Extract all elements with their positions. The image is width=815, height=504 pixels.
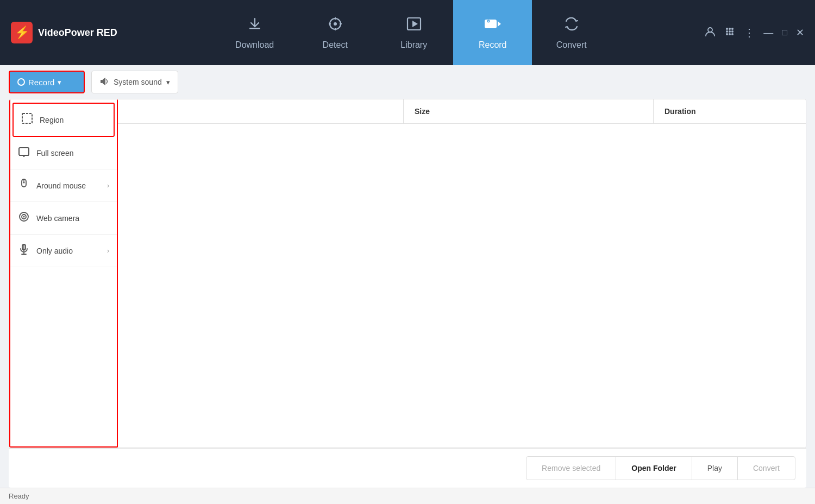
svg-point-20 [726, 33, 728, 35]
library-icon [406, 16, 422, 36]
sidebar-item-only-audio-label: Only audio [36, 247, 73, 255]
sidebar-item-web-camera[interactable]: Web camera [10, 202, 117, 235]
sound-icon [99, 77, 109, 88]
download-icon [247, 16, 263, 36]
svg-point-34 [23, 216, 25, 218]
svg-point-16 [731, 28, 734, 30]
titlebar-controls: ⋮ — □ ✕ [705, 26, 804, 39]
bottom-bar: Remove selected Open Folder Play Convert [9, 448, 806, 488]
tab-record[interactable]: Record [453, 0, 532, 65]
svg-rect-0 [249, 28, 260, 29]
convert-icon [563, 16, 580, 36]
svg-point-12 [488, 21, 489, 22]
system-sound-label: System sound [114, 78, 162, 86]
only-audio-arrow-icon: › [107, 247, 109, 255]
remove-selected-button[interactable]: Remove selected [526, 456, 616, 480]
grid-icon[interactable] [724, 26, 735, 39]
file-list-header: Size Duration [118, 99, 806, 124]
record-btn-label: Record [28, 78, 54, 87]
status-text: Ready [9, 492, 29, 500]
nav-tabs: Download Detect [120, 0, 705, 65]
maximize-button[interactable]: □ [782, 28, 787, 37]
around-mouse-arrow-icon: › [107, 182, 109, 190]
svg-rect-25 [22, 114, 32, 123]
svg-point-18 [729, 30, 731, 33]
tab-detect-label: Detect [323, 40, 348, 50]
play-button[interactable]: Play [692, 456, 738, 480]
webcam-icon [18, 211, 30, 225]
main-area: Record ▾ System sound ▾ [0, 65, 815, 488]
tab-convert[interactable]: Convert [532, 0, 611, 65]
record-icon [484, 16, 502, 36]
svg-marker-8 [412, 21, 418, 27]
svg-point-21 [729, 33, 731, 35]
tab-convert-label: Convert [556, 40, 587, 50]
app-logo-icon: ⚡ [11, 22, 33, 43]
app-name: VideoPower RED [38, 27, 117, 39]
file-list: Size Duration [118, 99, 806, 448]
minimize-button[interactable]: — [763, 27, 773, 39]
mouse-icon [18, 178, 30, 193]
svg-point-13 [708, 28, 712, 32]
close-button[interactable]: ✕ [796, 27, 804, 39]
sidebar-item-fullscreen[interactable]: Full screen [10, 137, 117, 169]
titlebar: ⚡ VideoPower RED Download [0, 0, 815, 65]
record-dot-icon [17, 78, 25, 86]
fullscreen-icon [18, 146, 30, 160]
app-logo: ⚡ VideoPower RED [11, 22, 120, 43]
svg-rect-26 [19, 148, 29, 155]
svg-point-22 [731, 33, 734, 35]
sidebar-item-region[interactable]: Region [14, 104, 114, 136]
tab-record-label: Record [479, 40, 507, 50]
user-icon[interactable] [705, 26, 716, 39]
svg-point-28 [23, 155, 25, 157]
open-folder-button[interactable]: Open Folder [616, 456, 692, 480]
region-icon [21, 112, 33, 127]
convert-button[interactable]: Convert [737, 456, 795, 480]
record-dropdown-button[interactable]: Record ▾ [9, 71, 85, 93]
sidebar-item-only-audio[interactable]: Only audio › [10, 235, 117, 267]
menu-dots-icon[interactable]: ⋮ [744, 26, 755, 39]
svg-marker-10 [498, 21, 501, 27]
content-panel: Region Full screen [9, 99, 806, 448]
svg-point-15 [729, 28, 731, 30]
sidebar-item-fullscreen-label: Full screen [36, 149, 73, 158]
record-chevron-icon: ▾ [58, 78, 61, 86]
col-size-header: Size [404, 99, 654, 123]
svg-point-2 [334, 22, 337, 26]
tab-detect[interactable]: Detect [296, 0, 374, 65]
svg-rect-23 [101, 80, 103, 83]
sidebar-item-around-mouse[interactable]: Around mouse › [10, 169, 117, 202]
status-bar: Ready [0, 488, 815, 504]
detect-icon [327, 16, 343, 36]
tab-library-label: Library [400, 40, 427, 50]
sidebar-item-region-label: Region [40, 116, 64, 124]
audio-icon [18, 243, 30, 258]
toolbar: Record ▾ System sound ▾ [0, 65, 815, 99]
system-sound-button[interactable]: System sound ▾ [91, 71, 178, 93]
svg-marker-24 [103, 78, 105, 85]
tab-download-label: Download [235, 40, 274, 50]
file-list-body [118, 124, 806, 448]
sound-chevron-icon: ▾ [166, 78, 170, 86]
svg-rect-9 [485, 20, 497, 28]
sidebar-menu: Region Full screen [9, 99, 118, 448]
tab-download[interactable]: Download [214, 0, 296, 65]
sidebar-item-web-camera-label: Web camera [36, 214, 79, 223]
tab-library[interactable]: Library [374, 0, 453, 65]
svg-point-17 [726, 30, 728, 33]
sidebar-item-around-mouse-label: Around mouse [36, 181, 86, 190]
svg-point-19 [731, 30, 734, 33]
svg-point-14 [726, 28, 728, 30]
svg-point-31 [23, 182, 25, 184]
col-name-header [118, 99, 404, 123]
lightning-icon: ⚡ [15, 26, 29, 40]
col-duration-header: Duration [654, 99, 806, 123]
